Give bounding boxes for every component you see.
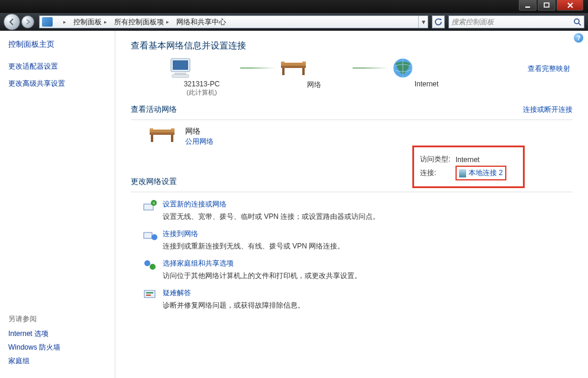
main: ? 查看基本网络信息并设置连接 查看完整映射 <box>115 31 588 378</box>
svg-rect-11 <box>281 66 306 68</box>
search-placeholder: 搜索控制面板 <box>451 17 494 27</box>
setting-connect-network[interactable]: 连接到网络 连接到或重新连接到无线、有线、拨号或 VPN 网络连接。 <box>141 229 573 251</box>
map-thispc-label: 321313-PC <box>166 80 237 88</box>
see-also-heading: 另请参阅 <box>8 314 106 324</box>
setting-link[interactable]: 选择家庭组和共享选项 <box>163 259 361 269</box>
setting-desc: 诊断并修复网络问题，或获得故障排除信息。 <box>163 301 305 311</box>
svg-rect-23 <box>150 128 153 130</box>
see-also-homegroup[interactable]: 家庭组 <box>8 356 106 366</box>
new-connection-icon: + <box>141 199 159 212</box>
page-title: 查看基本网络信息并设置连接 <box>131 40 573 51</box>
map-thispc-sub: (此计算机) <box>166 88 237 97</box>
computer-icon <box>166 56 195 80</box>
homegroup-icon <box>141 259 159 272</box>
search-icon[interactable] <box>573 18 581 26</box>
network-bench-icon <box>147 126 177 144</box>
svg-rect-19 <box>150 130 175 133</box>
active-network-type-link[interactable]: 公用网络 <box>185 137 214 147</box>
breadcrumb-item[interactable]: 控制面板▸ <box>70 16 111 28</box>
setting-desc: 设置无线、宽带、拨号、临时或 VPN 连接；或设置路由器或访问点。 <box>163 212 380 222</box>
change-settings-heading: 更改网络设置 <box>131 176 177 187</box>
back-button[interactable] <box>4 14 20 30</box>
svg-rect-22 <box>171 135 173 142</box>
breadcrumb-item[interactable]: 所有控制面板项▸ <box>111 16 173 28</box>
svg-rect-21 <box>151 135 153 142</box>
setting-troubleshoot[interactable]: 疑难解答 诊断并修复网络问题，或获得故障排除信息。 <box>141 288 573 311</box>
connect-disconnect-link[interactable]: 连接或断开连接 <box>523 105 573 115</box>
map-internet-label: Internet <box>391 80 462 88</box>
map-network-label: 网络 <box>279 80 350 90</box>
control-panel-icon <box>42 17 53 27</box>
forward-button[interactable] <box>21 15 34 28</box>
setting-new-connection[interactable]: + 设置新的连接或网络 设置无线、宽带、拨号、临时或 VPN 连接；或设置路由器… <box>141 199 573 222</box>
active-network-name: 网络 <box>185 126 214 137</box>
see-also-internet-options[interactable]: Internet 选项 <box>8 329 106 339</box>
svg-rect-12 <box>282 68 285 75</box>
setting-homegroup[interactable]: 选择家庭组和共享选项 访问位于其他网络计算机上的文件和打印机，或更改共享设置。 <box>141 259 573 281</box>
svg-text:+: + <box>153 201 156 206</box>
sidebar-home-link[interactable]: 控制面板主页 <box>8 39 106 50</box>
breadcrumb-dropdown[interactable]: ▾ <box>418 16 428 28</box>
sidebar-link-adapter[interactable]: 更改适配器设置 <box>8 62 106 72</box>
close-button[interactable] <box>557 0 583 11</box>
svg-point-31 <box>150 264 156 270</box>
connection-link[interactable]: 本地连接 2 <box>469 168 503 178</box>
network-detail-box: 访问类型: Internet 连接: 本地连接 2 <box>412 146 525 188</box>
setting-desc: 访问位于其他网络计算机上的文件和打印机，或更改共享设置。 <box>163 271 361 281</box>
network-icon <box>279 59 308 77</box>
connect-network-icon <box>141 229 159 242</box>
svg-rect-1 <box>544 3 549 7</box>
see-also-firewall[interactable]: Windows 防火墙 <box>8 343 106 353</box>
svg-rect-0 <box>525 7 530 8</box>
svg-point-29 <box>151 234 157 240</box>
svg-rect-9 <box>172 75 189 77</box>
svg-point-4 <box>574 19 579 24</box>
minimize-button[interactable] <box>519 0 537 11</box>
access-type-label: 访问类型: <box>420 154 455 164</box>
svg-rect-20 <box>150 133 175 135</box>
svg-rect-14 <box>281 62 285 63</box>
titlebar <box>0 0 588 13</box>
access-type-value: Internet <box>455 156 480 164</box>
setting-link[interactable]: 设置新的连接或网络 <box>163 199 380 209</box>
sidebar-link-sharing[interactable]: 更改高级共享设置 <box>8 79 106 89</box>
svg-rect-28 <box>144 232 152 238</box>
svg-rect-32 <box>144 290 155 298</box>
svg-point-30 <box>144 260 150 266</box>
svg-rect-13 <box>302 68 305 75</box>
setting-desc: 连接到或重新连接到无线、有线、拨号或 VPN 网络连接。 <box>163 241 344 251</box>
svg-line-5 <box>579 23 581 25</box>
sidebar: 控制面板主页 更改适配器设置 更改高级共享设置 另请参阅 Internet 选项… <box>0 31 115 378</box>
network-map <box>166 56 573 80</box>
svg-rect-7 <box>173 60 188 70</box>
connection-label: 连接: <box>420 168 455 178</box>
breadcrumb-item[interactable]: 网络和共享中心 <box>173 16 230 28</box>
active-networks-heading: 查看活动网络 <box>131 104 177 115</box>
nic-icon <box>459 169 466 177</box>
internet-icon <box>391 56 415 80</box>
svg-rect-24 <box>171 128 175 130</box>
breadcrumb[interactable]: ▸ 控制面板▸ 所有控制面板项▸ 网络和共享中心 ▾ <box>39 15 428 28</box>
setting-link[interactable]: 疑难解答 <box>163 288 305 298</box>
navbar: ▸ 控制面板▸ 所有控制面板项▸ 网络和共享中心 ▾ 搜索控制面板 <box>0 13 588 31</box>
help-icon[interactable]: ? <box>574 33 583 43</box>
setting-link[interactable]: 连接到网络 <box>163 229 344 239</box>
svg-rect-10 <box>281 63 306 66</box>
svg-rect-15 <box>302 62 306 63</box>
search-input[interactable]: 搜索控制面板 <box>448 15 584 28</box>
troubleshoot-icon <box>141 288 159 301</box>
view-full-map-link[interactable]: 查看完整映射 <box>528 64 570 74</box>
refresh-button[interactable] <box>432 15 445 28</box>
maximize-button[interactable] <box>538 0 555 11</box>
